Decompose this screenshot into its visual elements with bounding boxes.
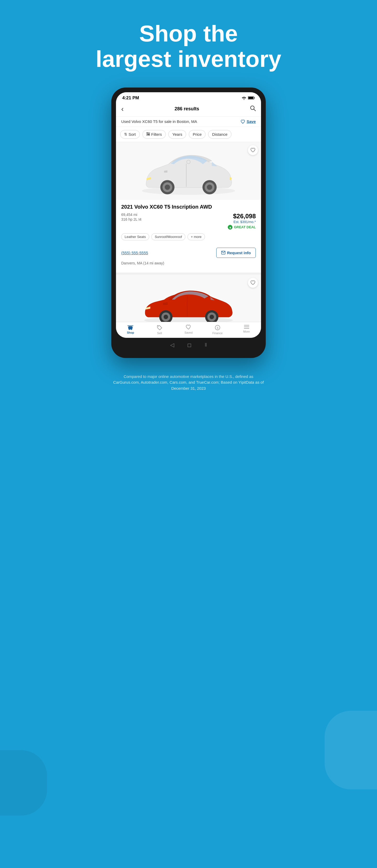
distance-label: Distance (212, 132, 227, 136)
svg-point-8 (148, 134, 149, 135)
nav-saved[interactable]: Saved (174, 325, 203, 335)
svg-point-11 (142, 187, 235, 195)
svg-point-17 (207, 185, 212, 190)
search-query-bar: Used Volvo XC60 T5 for sale in Boston, M… (116, 117, 261, 127)
car-mileage-1: 69,454 mi (121, 213, 141, 217)
bottom-nav: Shop Sell Saved $ Finance (116, 322, 261, 338)
finance-icon: $ (215, 325, 220, 331)
battery-icon (248, 96, 255, 100)
nav-saved-label: Saved (184, 331, 193, 334)
car-listing-2 (116, 275, 261, 322)
status-time: 4:21 PM (122, 95, 139, 101)
footer-disclaimer: Compared to major online automotive mark… (110, 374, 267, 402)
svg-text:$: $ (217, 326, 218, 330)
heart-icon-2 (250, 280, 255, 285)
years-label: Years (172, 132, 182, 136)
svg-point-29 (129, 329, 130, 330)
nav-sell[interactable]: Sell (145, 325, 174, 335)
more-icon (244, 325, 249, 329)
feature-tag-leather: Leather Seats (121, 233, 149, 240)
hero-line1: Shop the (96, 21, 281, 46)
heart-icon (241, 119, 245, 124)
sliders-icon (146, 132, 150, 135)
save-label: Save (247, 119, 256, 124)
wifi-icon (242, 96, 246, 100)
phone-screen: 4:21 PM ‹ 286 results (116, 92, 261, 338)
search-button[interactable] (250, 105, 256, 113)
shop-icon (127, 325, 134, 330)
tag-icon (157, 325, 162, 331)
svg-point-30 (131, 329, 132, 330)
price-label: Price (193, 132, 202, 136)
svg-line-4 (254, 109, 255, 111)
search-query-text: Used Volvo XC60 T5 for sale in Boston, M… (121, 119, 197, 124)
car-price-1: $26,098 (228, 213, 256, 220)
back-button[interactable]: ‹ (121, 105, 124, 113)
est-payment-1: Est. $391/mo.* (228, 220, 256, 224)
filter-pills-row: ⇅ Sort Filters Years (116, 127, 261, 142)
car-pricing-1: $26,098 Est. $391/mo.* ▲ GREAT DEAL (228, 213, 256, 229)
feature-tag-sunroof: Sunroof/Moonroof (151, 233, 185, 240)
svg-point-14 (165, 185, 170, 190)
feature-tags-1: Leather Seats Sunroof/Moonroof + more (121, 233, 256, 240)
deal-badge-1: ▲ GREAT DEAL (228, 225, 256, 229)
save-button[interactable]: Save (241, 119, 256, 124)
nav-finance-label: Finance (212, 332, 222, 335)
car-details-1: 2021 Volvo XC60 T5 Inscription AWD 69,45… (116, 200, 261, 273)
contact-row-1: (555) 555-5555 Request info (121, 245, 256, 258)
car-engine-1: 316 hp 2L I4 (121, 217, 141, 221)
car-image-container-2 (116, 275, 261, 322)
car-info-row-1: 69,454 mi 316 hp 2L I4 $26,098 Est. $391… (121, 213, 256, 229)
status-icons (242, 96, 255, 100)
filters-label: Filters (151, 132, 162, 136)
nav-more-label: More (243, 330, 250, 333)
car-specs-1: 69,454 mi 316 hp 2L I4 (121, 213, 141, 221)
distance-pill[interactable]: Distance (208, 130, 231, 138)
car-location-1: Danvers, MA (14 mi away) (121, 261, 256, 268)
red-car-container (127, 275, 250, 322)
deal-icon-1: ▲ (228, 225, 233, 229)
nav-shop[interactable]: Shop (116, 325, 145, 335)
price-pill[interactable]: Price (189, 130, 206, 138)
request-info-button-1[interactable]: Request info (216, 248, 256, 258)
favorite-button-1[interactable] (248, 145, 258, 155)
svg-point-28 (210, 315, 214, 319)
request-info-label: Request info (227, 251, 251, 255)
heart-icon-1 (250, 148, 255, 153)
android-home-btn[interactable]: ◻ (187, 342, 192, 348)
sort-label: Sort (129, 132, 136, 136)
phone-link-1[interactable]: (555) 555-5555 (121, 251, 148, 255)
nav-shop-label: Shop (127, 331, 134, 334)
results-count: 286 results (175, 106, 199, 112)
app-header: ‹ 286 results (116, 103, 261, 117)
svg-rect-32 (129, 326, 132, 327)
filters-icon (146, 132, 150, 136)
sort-pill[interactable]: ⇅ Sort (120, 130, 140, 138)
svg-point-6 (147, 132, 148, 133)
hero-line2: largest inventory (96, 46, 281, 72)
filters-pill[interactable]: Filters (142, 130, 166, 138)
white-car-svg (133, 142, 244, 200)
car-title-1: 2021 Volvo XC60 T5 Inscription AWD (121, 204, 256, 210)
feature-tag-more[interactable]: + more (187, 233, 205, 240)
red-car-svg (133, 275, 244, 322)
android-recents-btn[interactable]: ⦀ (205, 342, 207, 348)
years-pill[interactable]: Years (168, 130, 186, 138)
nav-more[interactable]: More (232, 325, 261, 335)
car-image-container-1 (116, 142, 261, 200)
saved-icon (185, 325, 192, 330)
phone-frame: 4:21 PM ‹ 286 results (111, 88, 266, 358)
nav-sell-label: Sell (157, 332, 162, 335)
favorite-button-2[interactable] (248, 278, 258, 288)
envelope-icon (221, 251, 226, 254)
svg-rect-1 (254, 97, 255, 98)
nav-finance[interactable]: $ Finance (203, 325, 232, 335)
svg-point-25 (164, 315, 168, 319)
svg-point-21 (144, 317, 233, 322)
phone-home-area: ◁ ◻ ⦀ (116, 338, 261, 353)
hero-text: Shop the largest inventory (96, 0, 281, 88)
svg-point-10 (147, 135, 148, 135)
android-back-btn[interactable]: ◁ (170, 342, 174, 348)
car-listing-1: 2021 Volvo XC60 T5 Inscription AWD 69,45… (116, 142, 261, 275)
car-image-white (127, 142, 250, 200)
